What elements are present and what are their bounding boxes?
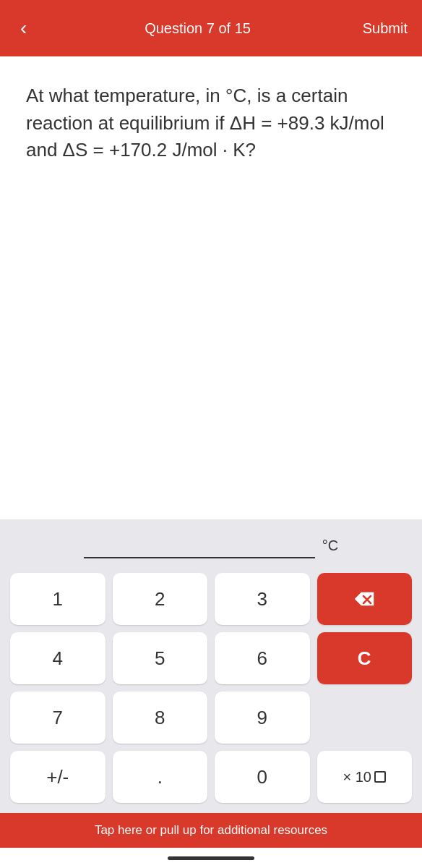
key-6[interactable]: 6 [215,632,310,684]
question-area: At what temperature, in °C, is a certain… [0,56,422,527]
x10-label: × 10 [343,769,371,786]
keyboard-area: °C 1 2 3 4 5 6 C 7 8 9 +/- . 0 × 10 [0,519,422,868]
key-2[interactable]: 2 [113,573,208,625]
key-0[interactable]: 0 [215,751,310,803]
input-display-row: °C [0,519,422,566]
x10-checkbox [374,771,386,783]
key-8[interactable]: 8 [113,692,208,744]
header: ‹ Question 7 of 15 Submit [0,0,422,56]
key-3[interactable]: 3 [215,573,310,625]
back-button[interactable]: ‹ [14,12,33,44]
keypad: 1 2 3 4 5 6 C 7 8 9 +/- . 0 × 10 [0,566,422,813]
home-indicator [168,856,254,860]
backspace-button[interactable] [317,573,413,625]
key-4[interactable]: 4 [10,632,106,684]
key-7[interactable]: 7 [10,692,106,744]
key-9[interactable]: 9 [215,692,310,744]
tap-resources-banner[interactable]: Tap here or pull up for additional resou… [0,813,422,848]
submit-button[interactable]: Submit [363,20,408,37]
question-progress: Question 7 of 15 [145,20,251,37]
key-5[interactable]: 5 [113,632,208,684]
question-text: At what temperature, in °C, is a certain… [26,82,396,164]
clear-button[interactable]: C [317,632,413,684]
key-decimal[interactable]: . [113,751,208,803]
key-x10[interactable]: × 10 [317,751,413,803]
key-plusminus[interactable]: +/- [10,751,106,803]
unit-label: °C [322,537,338,554]
answer-input-display[interactable] [84,532,315,558]
key-1[interactable]: 1 [10,573,106,625]
bottom-bar [0,848,422,868]
